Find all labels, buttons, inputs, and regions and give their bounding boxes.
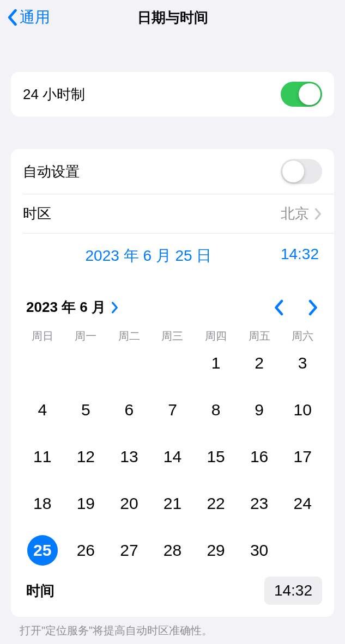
day-number: 28: [157, 535, 187, 566]
back-label: 通用: [20, 7, 50, 28]
weekday-label: 周五: [238, 329, 281, 344]
chevron-right-icon: [111, 302, 119, 314]
footer-note: 打开"定位服务"将提高自动时区准确性。: [0, 617, 345, 638]
day-cell[interactable]: 21: [151, 488, 195, 519]
day-cell[interactable]: 12: [64, 441, 108, 472]
chevron-left-icon: [7, 9, 17, 26]
selected-date-display[interactable]: 2023 年 6 月 25 日: [38, 246, 259, 266]
day-cell[interactable]: 17: [281, 441, 324, 472]
back-button[interactable]: 通用: [7, 7, 50, 28]
day-number: 20: [114, 488, 144, 519]
day-empty: [151, 348, 195, 378]
day-number: 6: [114, 395, 144, 425]
day-cell[interactable]: 6: [107, 395, 151, 425]
day-cell[interactable]: 7: [151, 395, 195, 425]
day-cell[interactable]: 23: [238, 488, 281, 519]
day-cell[interactable]: 16: [238, 441, 281, 472]
day-number: 27: [114, 535, 144, 566]
auto-set-row: 自动设置: [11, 149, 334, 194]
day-cell[interactable]: 18: [21, 488, 64, 519]
timezone-value: 北京: [281, 204, 309, 223]
day-cell[interactable]: 29: [194, 535, 238, 566]
day-cell[interactable]: 1: [194, 348, 238, 378]
month-picker[interactable]: 2023 年 6 月: [26, 298, 119, 317]
clock-24-label: 24 小时制: [23, 85, 85, 104]
day-cell[interactable]: 2: [238, 348, 281, 378]
day-number: 29: [201, 535, 231, 566]
day-number: 3: [287, 348, 318, 378]
day-cell[interactable]: 15: [194, 441, 238, 472]
clock-24-row: 24 小时制: [11, 72, 334, 116]
day-number: 5: [70, 395, 101, 425]
weekday-label: 周三: [151, 329, 195, 344]
day-cell[interactable]: 8: [194, 395, 238, 425]
day-number: 23: [244, 488, 275, 519]
timezone-row[interactable]: 时区 北京: [23, 194, 334, 233]
prev-month-button[interactable]: [273, 299, 284, 316]
next-month-button[interactable]: [308, 299, 319, 316]
day-cell[interactable]: 11: [21, 441, 64, 472]
day-empty: [64, 348, 108, 378]
day-number: 13: [114, 441, 144, 472]
day-cell[interactable]: 27: [107, 535, 151, 566]
weekday-label: 周六: [281, 329, 324, 344]
day-cell[interactable]: 14: [151, 441, 195, 472]
day-cell[interactable]: 30: [238, 535, 281, 566]
day-number: 26: [70, 535, 101, 566]
day-cell[interactable]: 26: [64, 535, 108, 566]
day-number: 8: [201, 395, 231, 425]
day-number: 15: [201, 441, 231, 472]
day-cell[interactable]: 24: [281, 488, 324, 519]
day-number: 24: [287, 488, 318, 519]
day-empty: [107, 348, 151, 378]
chevron-right-icon: [314, 208, 322, 220]
day-number: 12: [70, 441, 101, 472]
day-number: 11: [27, 441, 58, 472]
day-number: 18: [27, 488, 58, 519]
selected-time-display[interactable]: 14:32: [259, 246, 319, 266]
day-cell[interactable]: 19: [64, 488, 108, 519]
day-empty: [21, 348, 64, 378]
auto-set-toggle[interactable]: [281, 159, 322, 184]
weekday-label: 周一: [64, 329, 108, 344]
timezone-label: 时区: [23, 204, 51, 223]
weekday-label: 周四: [194, 329, 238, 344]
day-number: 22: [201, 488, 231, 519]
day-cell[interactable]: 9: [238, 395, 281, 425]
day-number: 30: [244, 535, 275, 566]
day-number: 16: [244, 441, 275, 472]
day-cell[interactable]: 13: [107, 441, 151, 472]
day-number: 19: [70, 488, 101, 519]
time-label: 时间: [26, 581, 55, 600]
page-title: 日期与时间: [137, 8, 208, 27]
day-number: 21: [157, 488, 187, 519]
day-cell[interactable]: 28: [151, 535, 195, 566]
clock-24-toggle[interactable]: [281, 82, 322, 107]
day-cell[interactable]: 5: [64, 395, 108, 425]
weekday-label: 周日: [21, 329, 64, 344]
day-number: 9: [244, 395, 275, 425]
day-cell[interactable]: 25: [21, 535, 64, 566]
weekday-label: 周二: [107, 329, 151, 344]
day-number: 1: [201, 348, 231, 378]
day-cell[interactable]: 4: [21, 395, 64, 425]
day-number: 14: [157, 441, 187, 472]
time-picker[interactable]: 14:32: [264, 576, 322, 605]
auto-set-label: 自动设置: [23, 162, 80, 181]
day-number: 25: [27, 535, 58, 566]
day-number: 7: [157, 395, 187, 425]
month-label: 2023 年 6 月: [26, 298, 106, 317]
day-cell[interactable]: 20: [107, 488, 151, 519]
day-number: 10: [287, 395, 318, 425]
day-number: 2: [244, 348, 275, 378]
day-cell[interactable]: 10: [281, 395, 324, 425]
day-number: 4: [27, 395, 58, 425]
day-cell[interactable]: 22: [194, 488, 238, 519]
day-cell[interactable]: 3: [281, 348, 324, 378]
day-number: 17: [287, 441, 318, 472]
